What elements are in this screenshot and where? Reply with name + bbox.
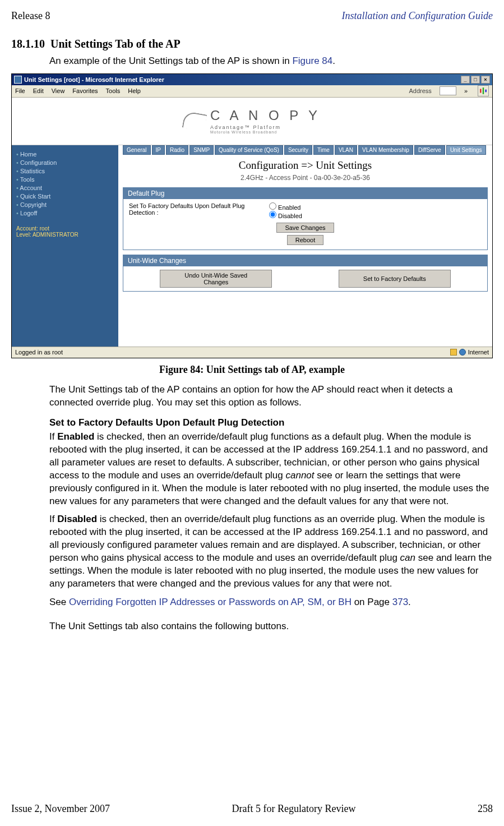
reboot-button[interactable]: Reboot (287, 235, 323, 245)
browser-screenshot: Unit Settings [root] - Microsoft Interne… (11, 73, 493, 358)
svg-rect-1 (483, 88, 484, 95)
tab-general[interactable]: General (123, 145, 151, 155)
para-buttons: The Unit Settings tab also contains the … (49, 620, 493, 633)
para-enabled: If Enabled is checked, then an override/… (49, 431, 493, 508)
tab-unit-settings[interactable]: Unit Settings (446, 145, 486, 155)
page-ref[interactable]: 373 (392, 597, 408, 607)
lock-icon (450, 349, 457, 356)
main-panel: General IP Radio SNMP Quality of Service… (118, 145, 492, 347)
canopy-subtitle2: Motorola Wireless Broadband (210, 130, 321, 134)
menu-edit[interactable]: Edit (33, 87, 44, 94)
window-title: Unit Settings [root] - Microsoft Interne… (24, 76, 164, 83)
close-button[interactable]: × (481, 76, 490, 84)
factory-defaults-button[interactable]: Set to Factory Defaults (339, 270, 451, 288)
canopy-arc-icon (182, 111, 207, 131)
sidebar-item-statistics[interactable]: Statistics (16, 168, 114, 174)
header-release: Release 8 (11, 10, 50, 22)
panel-header-unitwide: Unit-Wide Changes (123, 255, 487, 266)
minimize-button[interactable]: _ (461, 76, 470, 84)
footer-draft: Draft 5 for Regulatory Review (232, 803, 356, 815)
ie-throbber-icon (478, 85, 489, 96)
unit-wide-panel: Unit-Wide Changes Undo Unit-Wide Saved C… (123, 255, 488, 292)
sidebar: Home Configuration Statistics Tools Acco… (12, 145, 118, 347)
tab-snmp[interactable]: SNMP (189, 145, 214, 155)
sidebar-item-logoff[interactable]: Logoff (16, 210, 114, 216)
tab-vlan[interactable]: VLAN (335, 145, 357, 155)
para-disabled: If Disabled is checked, then an override… (49, 513, 493, 590)
canopy-logo-text: C A N O P Y (210, 108, 321, 123)
default-plug-panel: Default Plug Set To Factory Defaults Upo… (123, 187, 488, 250)
account-info: Account: root Level: ADMINISTRATOR (16, 225, 114, 238)
save-changes-button[interactable]: Save Changes (276, 223, 334, 233)
tab-security[interactable]: Security (284, 145, 312, 155)
sidebar-item-tools[interactable]: Tools (16, 176, 114, 183)
section-heading: 18.1.10 Unit Settings Tab of the AP (11, 38, 493, 50)
radio-enabled[interactable]: Enabled (269, 202, 302, 211)
section-title: Unit Settings Tab of the AP (50, 38, 181, 50)
figure-ref: Figure 84 (292, 56, 332, 66)
canopy-header: C A N O P Y Advantage™ Platform Motorola… (12, 98, 492, 145)
titlebar: Unit Settings [root] - Microsoft Interne… (12, 74, 492, 85)
header-title: Installation and Configuration Guide (341, 10, 493, 22)
menu-help[interactable]: Help (128, 87, 141, 94)
section-number: 18.1.10 (11, 38, 45, 50)
intro-text: An example of the Unit Settings tab of t… (49, 55, 493, 68)
globe-icon (459, 349, 466, 356)
sidebar-item-configuration[interactable]: Configuration (16, 159, 114, 166)
undo-changes-button[interactable]: Undo Unit-Wide Saved Changes (160, 270, 272, 288)
setting-label: Set To Factory Defaults Upon Default Plu… (129, 202, 269, 216)
tab-time[interactable]: Time (313, 145, 334, 155)
para-see: See Overriding Forgotten IP Addresses or… (49, 596, 493, 609)
tab-ip[interactable]: IP (152, 145, 165, 155)
page-footer: Issue 2, November 2007 Draft 5 for Regul… (11, 803, 493, 815)
menu-favorites[interactable]: Favorites (72, 87, 98, 94)
menubar: File Edit View Favorites Tools Help Addr… (12, 85, 492, 98)
canopy-subtitle: Advantage™ Platform (210, 124, 321, 130)
tab-qos[interactable]: Quality of Service (QoS) (215, 145, 283, 155)
menu-tools[interactable]: Tools (106, 87, 121, 94)
footer-issue: Issue 2, November 2007 (11, 803, 110, 815)
window-buttons: _ □ × (461, 76, 490, 84)
address-dropdown[interactable] (440, 86, 456, 95)
browser-content: C A N O P Y Advantage™ Platform Motorola… (12, 98, 492, 347)
sidebar-item-quickstart[interactable]: Quick Start (16, 193, 114, 200)
statusbar: Logged in as root Internet (12, 347, 492, 358)
panel-header-default-plug: Default Plug (123, 188, 487, 199)
figure-caption: Figure 84: Unit Settings tab of AP, exam… (11, 364, 493, 376)
menu-file[interactable]: File (15, 87, 25, 94)
svg-rect-2 (485, 90, 487, 93)
cross-ref-link[interactable]: Overriding Forgotten IP Addresses or Pas… (69, 597, 352, 607)
sidebar-item-account[interactable]: Account (16, 184, 114, 191)
footer-page: 258 (478, 803, 493, 815)
config-subtitle: 2.4GHz - Access Point - 0a-00-3e-20-a5-3… (123, 174, 488, 182)
tabs: General IP Radio SNMP Quality of Service… (123, 145, 488, 155)
status-left: Logged in as root (15, 349, 63, 356)
tab-radio[interactable]: Radio (166, 145, 188, 155)
tab-vlan-membership[interactable]: VLAN Membership (358, 145, 413, 155)
sidebar-item-copyright[interactable]: Copyright (16, 201, 114, 208)
maximize-button[interactable]: □ (471, 76, 480, 84)
radio-disabled[interactable]: Disabled (269, 211, 302, 219)
sub-heading: Set to Factory Defaults Upon Default Plu… (49, 417, 493, 428)
para-description: The Unit Settings tab of the AP contains… (49, 384, 493, 409)
svg-rect-0 (480, 89, 481, 93)
address-label: Address (409, 87, 432, 94)
menu-view[interactable]: View (52, 87, 65, 94)
ie-icon (14, 76, 22, 84)
page-header: Release 8 Installation and Configuration… (11, 10, 493, 22)
status-right: Internet (468, 349, 489, 356)
sidebar-item-home[interactable]: Home (16, 151, 114, 158)
tab-diffserve[interactable]: DiffServe (414, 145, 445, 155)
config-title: Configuration => Unit Settings (123, 159, 488, 172)
